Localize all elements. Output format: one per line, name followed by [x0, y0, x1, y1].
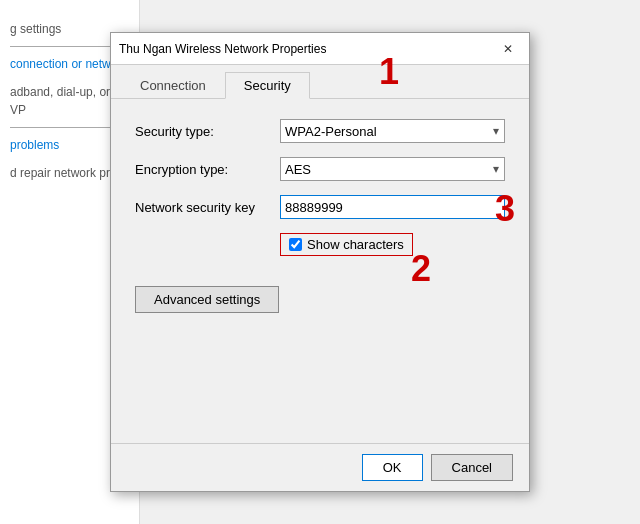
dialog-footer: OK Cancel — [111, 443, 529, 491]
tab-connection[interactable]: Connection — [121, 72, 225, 99]
dialog: Thu Ngan Wireless Network Properties ✕ C… — [110, 32, 530, 492]
show-characters-container: Show characters — [280, 233, 505, 256]
network-key-label: Network security key — [135, 200, 280, 215]
encryption-type-select[interactable]: AES TKIP — [280, 157, 505, 181]
tab-security[interactable]: Security — [225, 72, 310, 99]
network-key-row: Network security key — [135, 195, 505, 219]
title-bar-controls: ✕ — [495, 39, 521, 59]
show-characters-checkbox[interactable] — [289, 238, 302, 251]
show-characters-label[interactable]: Show characters — [280, 233, 413, 256]
security-type-select[interactable]: WPA2-Personal WPA-Personal WEP No authen… — [280, 119, 505, 143]
security-type-wrapper: WPA2-Personal WPA-Personal WEP No authen… — [280, 119, 505, 143]
close-button[interactable]: ✕ — [495, 39, 521, 59]
network-key-input[interactable] — [280, 195, 505, 219]
show-characters-text: Show characters — [307, 237, 404, 252]
security-type-label: Security type: — [135, 124, 280, 139]
ok-button[interactable]: OK — [362, 454, 423, 481]
tabs-bar: Connection Security — [111, 65, 529, 99]
encryption-type-wrapper: AES TKIP — [280, 157, 505, 181]
dialog-content: Security type: WPA2-Personal WPA-Persona… — [111, 99, 529, 443]
encryption-type-row: Encryption type: AES TKIP — [135, 157, 505, 181]
title-bar: Thu Ngan Wireless Network Properties ✕ — [111, 33, 529, 65]
advanced-settings-button[interactable]: Advanced settings — [135, 286, 279, 313]
dialog-title: Thu Ngan Wireless Network Properties — [119, 42, 326, 56]
cancel-button[interactable]: Cancel — [431, 454, 513, 481]
modal-overlay: Thu Ngan Wireless Network Properties ✕ C… — [0, 0, 640, 524]
encryption-type-label: Encryption type: — [135, 162, 280, 177]
security-type-row: Security type: WPA2-Personal WPA-Persona… — [135, 119, 505, 143]
